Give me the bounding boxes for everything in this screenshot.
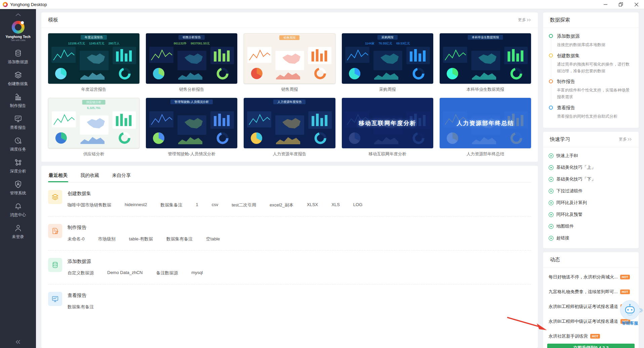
learn-item[interactable]: 地图组件 bbox=[549, 221, 633, 232]
recent-item[interactable]: mysql bbox=[192, 270, 203, 276]
sidebar-item-deep-analysis[interactable]: 深度分析 bbox=[0, 155, 36, 177]
news-item[interactable]: 每日好物送不停，永洪积分商城火... HOT bbox=[549, 270, 633, 284]
play-icon bbox=[549, 212, 554, 217]
recent-item[interactable]: 数据集有备注 bbox=[68, 304, 94, 310]
recent-item[interactable]: 咖啡中国市场销售数据 bbox=[68, 202, 111, 208]
learn-item-label: 基础美化技巧「上」 bbox=[556, 164, 596, 170]
recent-item[interactable]: table-有数据 bbox=[129, 236, 153, 242]
template-label: 销售分析报告 bbox=[146, 87, 237, 92]
minimize-button[interactable] bbox=[598, 0, 613, 9]
recent-item[interactable]: hideinnest2 bbox=[125, 202, 147, 208]
recent-item[interactable]: 备注数据源 bbox=[156, 270, 178, 276]
sidebar-item-create-dataset[interactable]: 创建数据集 bbox=[0, 68, 36, 90]
template-card[interactable]: 移动互联网年度分析 移动互联网年度分析 移动互联网年度分析 bbox=[342, 98, 433, 157]
template-label: 本科毕业生数据简报 bbox=[440, 87, 531, 92]
mini-dashboard-graphic bbox=[146, 33, 237, 84]
step-title[interactable]: 添加数据源 bbox=[557, 33, 605, 39]
step-title[interactable]: 查看报告 bbox=[557, 105, 617, 111]
thumbnail-stats: 1144家76.55亿元69.53亿元 bbox=[342, 41, 433, 46]
template-thumbnail: 本科毕业生数据简报 bbox=[440, 33, 531, 84]
section-title[interactable]: 查看报告 bbox=[68, 293, 94, 299]
explore-title: 数据探索 bbox=[550, 17, 570, 23]
template-card[interactable]: 人力资源年度报告 人力资源年度报告 bbox=[244, 98, 335, 157]
recent-item[interactable]: Demo Data_zhCN bbox=[107, 270, 143, 276]
step-connector bbox=[551, 59, 551, 78]
recent-item[interactable]: XLSX bbox=[307, 202, 318, 208]
learn-item[interactable]: 同环比及预警 bbox=[549, 209, 633, 221]
sidebar-item-message-center[interactable]: 消息中心 bbox=[0, 199, 36, 221]
sidebar-item-view-report[interactable]: 查看报告 bbox=[0, 112, 36, 133]
template-card[interactable]: 本科毕业生数据简报 本科毕业生数据简报 bbox=[440, 33, 531, 92]
template-card[interactable]: 销售周报 销售周报 bbox=[244, 33, 335, 92]
template-card[interactable]: 人力资源部年终总结 人力资源部年终总结 人力资源部年终总结 bbox=[440, 98, 531, 157]
hot-badge: HOT bbox=[620, 289, 630, 294]
template-card[interactable]: 销售分析报告 861132件9837081.50元 销售分析报告 bbox=[146, 33, 237, 92]
recent-tab[interactable]: 来自分享 bbox=[111, 169, 131, 182]
learn-item[interactable]: 快速上手BI bbox=[549, 150, 633, 162]
recent-item[interactable]: 自定义数据源 bbox=[68, 270, 94, 276]
support-robot[interactable]: 智能客服 bbox=[618, 300, 642, 326]
template-card[interactable]: 年度运营报告 12108.4万元1245.8万元280万人 年度运营报告 bbox=[48, 33, 139, 92]
explore-step: 查看报告 查看报告的同时也支持自助式分析 bbox=[549, 105, 633, 124]
learn-item[interactable]: 同环比及计算列 bbox=[549, 197, 633, 209]
view-report-icon bbox=[48, 292, 62, 306]
recent-item[interactable]: 空table bbox=[206, 236, 220, 242]
learn-more-link[interactable]: 更多 bbox=[619, 137, 632, 142]
database-icon bbox=[14, 49, 22, 57]
restore-icon bbox=[619, 2, 623, 6]
news-item[interactable]: 永洪社区新手训练营 HOT bbox=[549, 329, 633, 344]
recent-item[interactable]: 1 bbox=[196, 202, 198, 208]
explore-panel: 数据探索 添加数据源 连接您的数据库或本地数据 bbox=[543, 12, 639, 128]
recent-section-make-report: 制作报告 未命名-0市场级别table-有数据数据集有备注空table bbox=[48, 217, 531, 250]
thumbnail-stats: 12108.4万元1245.8万元280万人 bbox=[48, 41, 139, 46]
recent-item[interactable]: 数据集备注 bbox=[161, 202, 183, 208]
template-card[interactable]: 供应链分析 6,325,791 供应链分析 bbox=[48, 98, 139, 157]
recent-tab[interactable]: 我的收藏 bbox=[80, 169, 100, 182]
sidebar-item-make-report[interactable]: 制作报告 bbox=[0, 90, 36, 112]
section-title[interactable]: 添加数据源 bbox=[68, 259, 203, 265]
learn-item[interactable]: 基础美化技巧「上」 bbox=[549, 162, 633, 173]
mini-dashboard-graphic bbox=[244, 98, 335, 148]
recent-tab[interactable]: 最近相关 bbox=[48, 169, 68, 182]
sidebar-item-login[interactable]: 未登录 bbox=[0, 221, 36, 243]
thumbnail-stats: 861132件9837081.50元 bbox=[146, 41, 237, 46]
recent-item[interactable]: 数据集有备注 bbox=[166, 236, 193, 242]
thumbnail-stat-value: 1245.8万元 bbox=[89, 41, 105, 46]
section-title[interactable]: 制作报告 bbox=[68, 225, 220, 231]
main-area: 模板 更多 bbox=[36, 9, 543, 348]
sidebar-item-label: 消息中心 bbox=[10, 212, 26, 218]
explore-step: 创建数据集 通过简单的拖拽和可视化的操作，进行数据治理，准备好您要的数据 bbox=[549, 53, 633, 79]
section-title[interactable]: 创建数据集 bbox=[68, 191, 362, 197]
sidebar-item-label: 查看报告 bbox=[10, 125, 26, 130]
restore-button[interactable] bbox=[613, 0, 629, 9]
learn-item[interactable]: 基础美化技巧「下」 bbox=[549, 173, 633, 185]
learn-item[interactable]: 下拉过滤组件 bbox=[549, 185, 633, 197]
recent-item[interactable]: 市场级别 bbox=[98, 236, 116, 242]
recent-item[interactable]: test二次引用 bbox=[232, 202, 256, 208]
learn-item[interactable]: 超链接 bbox=[549, 232, 633, 244]
sidebar-nav: 添加数据源 创建数据集 制作报告 查看报告 调度任务 深度分析 bbox=[0, 46, 36, 243]
recent-item[interactable]: XLS bbox=[331, 202, 340, 208]
recent-item[interactable]: excel2_副本 bbox=[270, 202, 293, 208]
news-item[interactable]: 九宫格礼物免费拿，连续签到即可... HOT bbox=[549, 284, 633, 299]
collapse-sidebar-button[interactable] bbox=[15, 339, 21, 345]
recent-item[interactable]: LOG bbox=[353, 202, 362, 208]
recent-item[interactable]: 未命名-0 bbox=[68, 236, 85, 242]
step-title[interactable]: 制作报告 bbox=[557, 79, 633, 85]
close-button[interactable] bbox=[629, 0, 644, 9]
recent-item[interactable]: csv bbox=[212, 202, 218, 208]
sidebar-item-label: 添加数据源 bbox=[8, 59, 28, 65]
templates-more-link[interactable]: 更多 bbox=[518, 17, 531, 23]
tab-label: 我的收藏 bbox=[80, 172, 99, 178]
upgrade-button[interactable]: 立即升级到9.4.2.2 bbox=[547, 344, 635, 348]
sidebar-item-schedule-task[interactable]: 调度任务 bbox=[0, 133, 36, 155]
template-card[interactable]: 采购周报 1144家76.55亿元69.53亿元 采购周报 bbox=[342, 33, 433, 92]
template-card[interactable]: 管理驾驶舱-人员情况分析 管理驾驶舱-人员情况分析 bbox=[146, 98, 237, 157]
chevron-up-icon[interactable] bbox=[15, 11, 21, 17]
step-title[interactable]: 创建数据集 bbox=[557, 53, 633, 59]
sidebar-item-admin-system[interactable]: 管理系统 bbox=[0, 177, 36, 199]
sidebar-item-add-datasource[interactable]: 添加数据源 bbox=[0, 46, 36, 68]
templates-title: 模板 bbox=[48, 17, 58, 23]
thumbnail-poster-title: 人力资源部年终总结 bbox=[440, 98, 531, 148]
section-items: 未命名-0市场级别table-有数据数据集有备注空table bbox=[68, 236, 220, 242]
